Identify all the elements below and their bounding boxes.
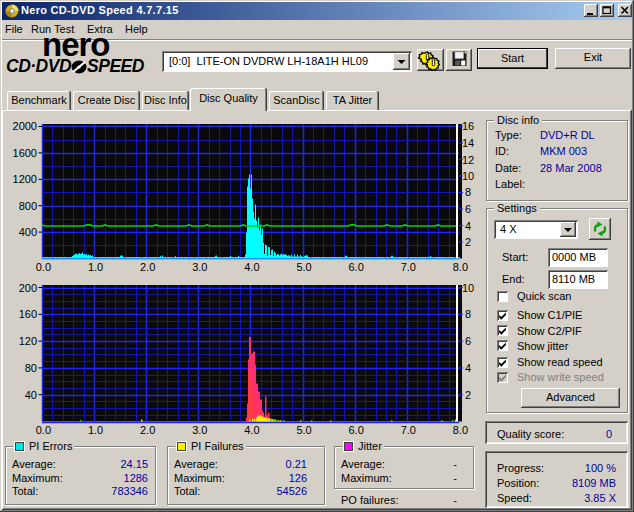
svg-text:1600: 1600 <box>13 147 37 159</box>
svg-text:0.0: 0.0 <box>36 261 51 273</box>
svg-text:7.0: 7.0 <box>401 261 416 273</box>
svg-text:8.0: 8.0 <box>453 261 468 273</box>
svg-text:2.0: 2.0 <box>140 261 155 273</box>
svg-text:10: 10 <box>462 282 474 294</box>
svg-text:5.0: 5.0 <box>296 424 311 436</box>
svg-text:12: 12 <box>462 154 474 166</box>
svg-text:4: 4 <box>465 220 471 232</box>
svg-text:7.0: 7.0 <box>401 424 416 436</box>
svg-text:1.0: 1.0 <box>88 261 103 273</box>
svg-text:0.0: 0.0 <box>36 424 51 436</box>
svg-text:10: 10 <box>462 170 474 182</box>
svg-text:6: 6 <box>465 203 471 215</box>
svg-text:3.0: 3.0 <box>192 261 207 273</box>
svg-text:4.0: 4.0 <box>244 261 259 273</box>
svg-text:8: 8 <box>465 308 471 320</box>
svg-text:2.0: 2.0 <box>140 424 155 436</box>
svg-text:200: 200 <box>19 282 37 294</box>
svg-text:8: 8 <box>465 186 471 198</box>
svg-text:5.0: 5.0 <box>296 261 311 273</box>
svg-text:4.0: 4.0 <box>244 424 259 436</box>
svg-text:14: 14 <box>462 137 474 149</box>
svg-text:8.0: 8.0 <box>453 424 468 436</box>
svg-text:4: 4 <box>465 362 471 374</box>
svg-text:6.0: 6.0 <box>349 424 364 436</box>
svg-text:2: 2 <box>465 389 471 401</box>
svg-text:800: 800 <box>19 200 37 212</box>
svg-text:1.0: 1.0 <box>88 424 103 436</box>
svg-text:1200: 1200 <box>13 173 37 185</box>
svg-text:80: 80 <box>25 362 37 374</box>
svg-text:40: 40 <box>25 389 37 401</box>
svg-text:6.0: 6.0 <box>349 261 364 273</box>
svg-text:3.0: 3.0 <box>192 424 207 436</box>
svg-text:2: 2 <box>465 236 471 248</box>
svg-text:400: 400 <box>19 226 37 238</box>
svg-text:2000: 2000 <box>13 120 37 132</box>
svg-text:16: 16 <box>462 120 474 132</box>
svg-text:6: 6 <box>465 335 471 347</box>
svg-text:160: 160 <box>19 308 37 320</box>
svg-text:120: 120 <box>19 335 37 347</box>
